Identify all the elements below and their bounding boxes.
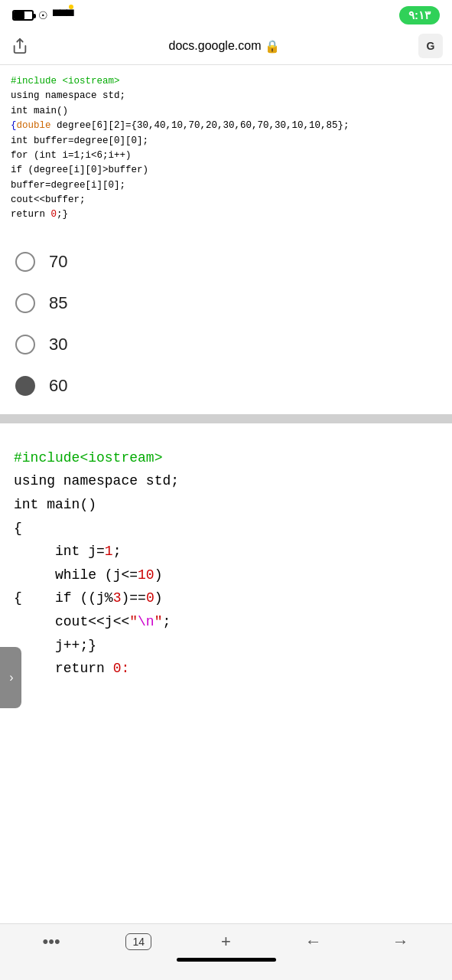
option-text-4: 60 bbox=[49, 376, 67, 396]
code-block-2: #include<iostream> using namespace std; … bbox=[14, 446, 438, 681]
bottom-bar: ••• 14 + ← → bbox=[0, 923, 452, 980]
back-button[interactable]: ← bbox=[294, 932, 333, 952]
radio-button-4[interactable] bbox=[15, 376, 35, 396]
lock-icon: 🔒 bbox=[265, 39, 280, 54]
code-line-2: using namespace std; bbox=[14, 469, 438, 493]
status-bar: ☉ ▀▀▀ ۹:۱۳ bbox=[0, 0, 452, 28]
option-text-1: 70 bbox=[49, 252, 67, 272]
add-icon[interactable]: + bbox=[221, 932, 231, 952]
code-line: for (int i=1;i<6;i++) bbox=[11, 149, 441, 163]
forward-button[interactable]: → bbox=[382, 932, 420, 952]
translate-icon[interactable]: G bbox=[418, 34, 443, 58]
code-line: return 0;} bbox=[11, 207, 441, 222]
code-line-2: return 0: bbox=[14, 657, 438, 681]
option-text-3: 30 bbox=[49, 335, 67, 354]
wifi-icon: ☉ bbox=[38, 9, 48, 21]
code-line-2: { bbox=[14, 517, 438, 541]
new-tab-button[interactable]: + bbox=[206, 932, 245, 952]
code-line: int main() bbox=[11, 104, 441, 119]
signal-icon: ▀▀▀ bbox=[53, 9, 73, 21]
code-section-1: #include <iostream> using namespace std;… bbox=[0, 65, 452, 234]
quiz-option-2[interactable]: 85 bbox=[15, 283, 437, 324]
status-left-icons: ☉ ▀▀▀ bbox=[12, 9, 73, 21]
option-text-2: 85 bbox=[49, 293, 67, 313]
code-line: cout<<buffer; bbox=[11, 193, 441, 207]
home-indicator bbox=[177, 958, 276, 962]
radio-button-1[interactable] bbox=[15, 252, 35, 272]
code-line-2: cout<<j<<"\n"; bbox=[14, 610, 438, 634]
quiz-section: › 70 85 30 60 bbox=[0, 234, 452, 414]
menu-button[interactable]: ••• bbox=[32, 932, 70, 952]
code-line: buffer=degree[i][0]; bbox=[11, 178, 441, 193]
quiz-option-1[interactable]: 70 bbox=[15, 241, 437, 283]
code-line-2: while (j<=10) bbox=[14, 564, 438, 587]
code-line-2: j++;} bbox=[14, 634, 438, 658]
url-text: docs.google.com bbox=[169, 39, 262, 53]
code-line-2: { if ((j%3)==0) bbox=[14, 586, 438, 610]
radio-button-2[interactable] bbox=[15, 293, 35, 313]
code-line: if (degree[i][0]>buffer) bbox=[11, 163, 441, 178]
dot-indicator bbox=[69, 5, 73, 9]
translate-label: G bbox=[427, 40, 435, 52]
side-nav-handle[interactable]: › bbox=[0, 647, 21, 708]
radio-button-3[interactable] bbox=[15, 335, 35, 354]
quiz-option-4[interactable]: 60 bbox=[15, 365, 437, 407]
url-bar[interactable]: docs.google.com 🔒 bbox=[38, 39, 411, 54]
code-line-2: int j=1; bbox=[14, 540, 438, 564]
code-line-2: int main() bbox=[14, 493, 438, 517]
code-line-2: #include<iostream> bbox=[14, 446, 438, 470]
code-line: using namespace std; bbox=[11, 89, 441, 103]
tab-counter[interactable]: 14 bbox=[119, 933, 158, 950]
code-line: {double degree[6][2]={30,40,10,70,20,30,… bbox=[11, 119, 441, 133]
share-icon[interactable] bbox=[9, 35, 31, 57]
chevron-right-icon: › bbox=[9, 671, 13, 684]
battery-icon bbox=[12, 10, 34, 21]
section-divider bbox=[0, 414, 452, 423]
browser-bar: docs.google.com 🔒 G bbox=[0, 28, 452, 65]
code-block-1: #include <iostream> using namespace std;… bbox=[11, 74, 441, 223]
code-line: #include <iostream> bbox=[11, 74, 441, 89]
quiz-option-3[interactable]: 30 bbox=[15, 324, 437, 365]
code-line: int buffer=degree[0][0]; bbox=[11, 134, 441, 149]
tab-count-badge[interactable]: 14 bbox=[125, 933, 151, 950]
code-section-2: #include<iostream> using namespace std; … bbox=[0, 423, 452, 696]
bottom-nav: ••• 14 + ← → bbox=[0, 932, 452, 952]
time-display: ۹:۱۳ bbox=[399, 6, 440, 24]
menu-dots-icon[interactable]: ••• bbox=[43, 932, 60, 952]
forward-icon[interactable]: → bbox=[392, 932, 409, 952]
back-icon[interactable]: ← bbox=[305, 932, 322, 952]
